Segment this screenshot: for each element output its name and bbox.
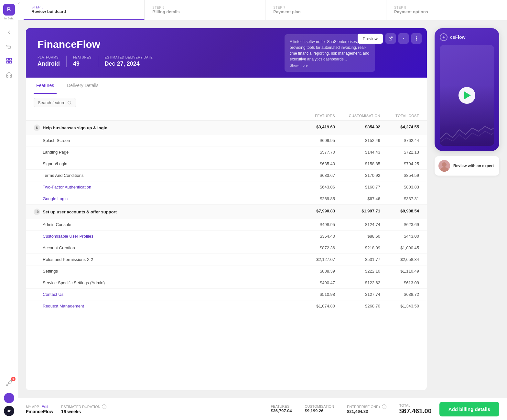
- hero-delivery: ESTIMATED DELIVERY DATE Dec 27, 2024: [105, 56, 159, 67]
- edit-link[interactable]: Edit: [42, 404, 49, 409]
- feature-total: $623.69: [380, 222, 419, 227]
- feature-total: $638.72: [380, 292, 419, 297]
- feature-name: Terms And Conditions: [43, 173, 296, 178]
- feature-cost: $269.85: [296, 196, 335, 201]
- sidebar-undo-icon[interactable]: [3, 41, 15, 52]
- enterprise-stat-label: ENTERPRISE ONE+: [347, 405, 381, 409]
- expert-label: Review with an expert: [453, 164, 494, 168]
- group-customisation-cost: $854.92: [335, 124, 380, 131]
- table-row: Terms And Conditions $683.67 $170.92 $85…: [26, 170, 427, 181]
- sidebar-grid-icon[interactable]: [3, 55, 15, 67]
- feature-name: Google Login: [43, 196, 296, 201]
- enterprise-stat-value: $21,464.83: [347, 409, 386, 414]
- tab-delivery[interactable]: Delivery Details: [64, 78, 101, 94]
- group-row: 6 Help businesses sign up & login $3,419…: [26, 121, 427, 135]
- feature-customisation: $222.10: [335, 269, 380, 274]
- feature-customisation: $124.74: [335, 222, 380, 227]
- main-content: ‹ STEP 5 Review buildcard STEP 6 Billing…: [18, 0, 507, 420]
- bottom-bar: MY APP Edit FinanceFlow ESTIMATED DURATI…: [18, 398, 507, 420]
- features-stat-value: $36,797.04: [271, 408, 292, 413]
- group-total-cost: $4,274.55: [380, 124, 419, 131]
- nav-step-5[interactable]: STEP 5 Review buildcard: [24, 0, 145, 20]
- feature-cost: $609.95: [296, 138, 335, 143]
- step-6-number: STEP 6: [152, 6, 180, 9]
- sidebar-logo: B: [3, 4, 15, 16]
- tab-features[interactable]: Features: [34, 78, 57, 94]
- platforms-value: Android: [38, 60, 60, 67]
- features-label: FEATURES: [73, 56, 92, 59]
- sidebar-avatar[interactable]: [4, 393, 14, 403]
- search-text: Search feature: [38, 100, 65, 105]
- svg-point-10: [442, 162, 447, 167]
- show-more-link[interactable]: Show more: [290, 63, 370, 67]
- feature-name: Account Creation: [43, 245, 296, 250]
- feature-cost: $643.06: [296, 185, 335, 189]
- search-box[interactable]: Search feature: [34, 98, 76, 107]
- feature-customisation: $122.62: [335, 280, 380, 285]
- features-tabs: Features Delivery Details: [26, 78, 427, 94]
- more-options-button[interactable]: [411, 33, 422, 44]
- enterprise-info-icon[interactable]: i: [382, 404, 386, 409]
- feature-name: Roles and Permissions X 2: [43, 257, 296, 262]
- delivery-value: Dec 27, 2024: [105, 60, 153, 67]
- feature-name: Signup/Login: [43, 161, 296, 166]
- sidebar: B In Beta 9 UP: [0, 0, 18, 420]
- svg-point-5: [403, 38, 404, 39]
- sidebar-back-icon[interactable]: [3, 27, 15, 38]
- enterprise-stat: ENTERPRISE ONE+ i $21,464.83: [347, 404, 386, 414]
- duration-label: ESTIMATED DURATION: [61, 405, 101, 409]
- sidebar-headset-icon[interactable]: [3, 69, 15, 81]
- nav-step-7[interactable]: STEP 7 Payment plan: [265, 0, 386, 20]
- feature-customisation: $160.77: [335, 185, 380, 189]
- nav-step-8[interactable]: STEP 8 Payment options: [386, 0, 507, 20]
- nav-step-6[interactable]: STEP 6 Billing details: [145, 0, 265, 20]
- right-panel: + ceFlow: [435, 28, 499, 390]
- table-row: Two-Factor Authentication $643.06 $160.7…: [26, 181, 427, 193]
- table-header: FEATURES CUSTOMISATION TOTAL COST: [26, 111, 427, 121]
- svg-point-9: [68, 101, 71, 104]
- hero-features: FEATURES 49: [73, 56, 98, 67]
- play-button[interactable]: [458, 87, 475, 104]
- bottom-stats: FEATURES $36,797.04 CUSTOMISATION $9,199…: [271, 404, 386, 414]
- feature-total: $1,090.45: [380, 245, 419, 250]
- feature-cost: $577.70: [296, 150, 335, 155]
- feature-total: $722.13: [380, 150, 419, 155]
- feature-customisation: $218.09: [335, 245, 380, 250]
- phone-graph: [440, 120, 494, 146]
- expert-review-row[interactable]: Review with an expert: [435, 156, 499, 176]
- table-row: Settings $888.39 $222.10 $1,110.49: [26, 265, 427, 277]
- share-icon-button[interactable]: [385, 33, 396, 44]
- nav-back-button[interactable]: ‹: [18, 0, 20, 20]
- features-panel: Features Delivery Details Search feature…: [26, 78, 427, 390]
- my-app-label: MY APP: [26, 405, 39, 409]
- svg-rect-2: [6, 61, 8, 63]
- feature-total: $762.44: [380, 138, 419, 143]
- feature-customisation: $88.60: [335, 234, 380, 239]
- step-5-number: STEP 5: [31, 5, 66, 9]
- table-row: Signup/Login $635.40 $158.85 $794.25: [26, 158, 427, 170]
- svg-rect-0: [6, 59, 8, 60]
- table-row: Landing Page $577.70 $144.43 $722.13: [26, 146, 427, 158]
- phone-preview: + ceFlow: [435, 28, 499, 151]
- sidebar-rocket-icon[interactable]: 9: [3, 377, 15, 389]
- col-header-customisation: CUSTOMISATION: [335, 114, 380, 118]
- feature-total: $2,658.84: [380, 257, 419, 262]
- table-row: Request Management $1,074.80 $268.70 $1,…: [26, 300, 427, 308]
- add-billing-button[interactable]: Add billing details: [439, 402, 499, 416]
- sidebar-up-button[interactable]: UP: [4, 406, 14, 416]
- svg-point-7: [416, 38, 417, 39]
- hero-platforms: PLATFORMS Android: [38, 56, 67, 67]
- feature-name: Splash Screen: [43, 138, 296, 143]
- copy-icon-button[interactable]: [398, 33, 409, 44]
- features-search-area: Search feature: [26, 94, 427, 111]
- feature-name: Admin Console: [43, 222, 296, 227]
- feature-name: Two-Factor Authentication: [43, 185, 296, 189]
- bottom-app-name: FinanceFlow: [26, 409, 53, 414]
- features-stat-label: FEATURES: [271, 404, 292, 408]
- expert-avatar: [438, 160, 450, 172]
- platforms-label: PLATFORMS: [38, 56, 60, 59]
- group-features-cost: $3,419.63: [296, 124, 335, 131]
- feature-customisation: $144.43: [335, 150, 380, 155]
- duration-info-icon[interactable]: i: [102, 404, 106, 409]
- features-stat: FEATURES $36,797.04: [271, 404, 292, 414]
